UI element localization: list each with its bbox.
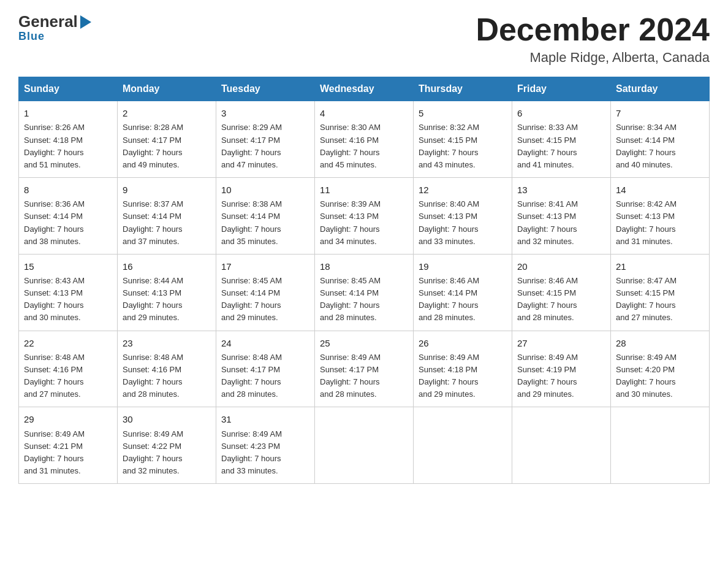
day-number: 16 [123, 259, 211, 274]
day-number: 28 [616, 336, 704, 350]
calendar-week-4: 22Sunrise: 8:48 AMSunset: 4:16 PMDayligh… [19, 331, 710, 407]
calendar-cell: 11Sunrise: 8:39 AMSunset: 4:13 PMDayligh… [315, 178, 414, 255]
calendar-cell: 24Sunrise: 8:48 AMSunset: 4:17 PMDayligh… [216, 331, 315, 407]
day-sunrise: Sunrise: 8:28 AMSunset: 4:17 PMDaylight:… [123, 123, 183, 169]
day-sunrise: Sunrise: 8:46 AMSunset: 4:15 PMDaylight:… [517, 276, 578, 322]
day-sunrise: Sunrise: 8:49 AMSunset: 4:17 PMDaylight:… [320, 353, 381, 399]
col-tuesday: Tuesday [216, 77, 315, 101]
day-sunrise: Sunrise: 8:48 AMSunset: 4:17 PMDaylight:… [221, 353, 282, 399]
calendar-cell: 17Sunrise: 8:45 AMSunset: 4:14 PMDayligh… [216, 254, 315, 331]
calendar-cell: 13Sunrise: 8:41 AMSunset: 4:13 PMDayligh… [512, 178, 611, 255]
col-wednesday: Wednesday [315, 77, 414, 101]
day-sunrise: Sunrise: 8:42 AMSunset: 4:13 PMDaylight:… [616, 199, 677, 245]
logo: General [18, 12, 91, 31]
day-number: 29 [24, 412, 112, 426]
calendar-cell: 5Sunrise: 8:32 AMSunset: 4:15 PMDaylight… [414, 101, 512, 178]
day-sunrise: Sunrise: 8:37 AMSunset: 4:14 PMDaylight:… [123, 199, 183, 245]
calendar-header: Sunday Monday Tuesday Wednesday Thursday… [19, 77, 710, 101]
day-number: 23 [123, 336, 211, 350]
calendar-week-5: 29Sunrise: 8:49 AMSunset: 4:21 PMDayligh… [19, 407, 710, 484]
day-number: 26 [419, 336, 507, 350]
day-sunrise: Sunrise: 8:49 AMSunset: 4:19 PMDaylight:… [517, 353, 578, 399]
calendar-cell: 8Sunrise: 8:36 AMSunset: 4:14 PMDaylight… [19, 178, 118, 255]
calendar-cell: 26Sunrise: 8:49 AMSunset: 4:18 PMDayligh… [414, 331, 512, 407]
day-sunrise: Sunrise: 8:38 AMSunset: 4:14 PMDaylight:… [221, 199, 282, 245]
day-sunrise: Sunrise: 8:33 AMSunset: 4:15 PMDaylight:… [517, 123, 578, 169]
day-number: 2 [123, 106, 211, 120]
logo-general-text: General [18, 12, 78, 31]
day-sunrise: Sunrise: 8:34 AMSunset: 4:14 PMDaylight:… [616, 123, 677, 169]
day-sunrise: Sunrise: 8:49 AMSunset: 4:21 PMDaylight:… [24, 429, 85, 475]
day-number: 30 [123, 412, 211, 426]
calendar-cell: 4Sunrise: 8:30 AMSunset: 4:16 PMDaylight… [315, 101, 414, 178]
day-number: 24 [221, 336, 309, 350]
location-title: Maple Ridge, Alberta, Canada [476, 50, 710, 66]
day-number: 25 [320, 336, 408, 350]
day-sunrise: Sunrise: 8:29 AMSunset: 4:17 PMDaylight:… [221, 123, 282, 169]
day-sunrise: Sunrise: 8:43 AMSunset: 4:13 PMDaylight:… [24, 276, 85, 322]
day-number: 27 [517, 336, 605, 350]
calendar-week-2: 8Sunrise: 8:36 AMSunset: 4:14 PMDaylight… [19, 178, 710, 255]
day-sunrise: Sunrise: 8:49 AMSunset: 4:23 PMDaylight:… [221, 429, 282, 475]
col-friday: Friday [512, 77, 611, 101]
calendar-cell: 19Sunrise: 8:46 AMSunset: 4:14 PMDayligh… [414, 254, 512, 331]
calendar-table: Sunday Monday Tuesday Wednesday Thursday… [18, 77, 710, 484]
month-year-title: December 2024 [476, 12, 710, 47]
calendar-week-1: 1Sunrise: 8:26 AMSunset: 4:18 PMDaylight… [19, 101, 710, 178]
day-number: 19 [419, 259, 507, 274]
calendar-cell [611, 407, 710, 484]
day-number: 21 [616, 259, 704, 274]
calendar-cell: 29Sunrise: 8:49 AMSunset: 4:21 PMDayligh… [19, 407, 118, 484]
calendar-cell: 30Sunrise: 8:49 AMSunset: 4:22 PMDayligh… [118, 407, 216, 484]
day-number: 4 [320, 106, 408, 120]
calendar-cell: 15Sunrise: 8:43 AMSunset: 4:13 PMDayligh… [19, 254, 118, 331]
day-number: 11 [320, 183, 408, 197]
day-number: 5 [419, 106, 507, 120]
calendar-cell: 1Sunrise: 8:26 AMSunset: 4:18 PMDaylight… [19, 101, 118, 178]
calendar-cell: 16Sunrise: 8:44 AMSunset: 4:13 PMDayligh… [118, 254, 216, 331]
day-number: 17 [221, 259, 309, 274]
calendar-cell: 18Sunrise: 8:45 AMSunset: 4:14 PMDayligh… [315, 254, 414, 331]
day-number: 14 [616, 183, 704, 197]
calendar-cell: 14Sunrise: 8:42 AMSunset: 4:13 PMDayligh… [611, 178, 710, 255]
day-number: 31 [221, 412, 309, 426]
day-number: 7 [616, 106, 704, 120]
day-sunrise: Sunrise: 8:49 AMSunset: 4:20 PMDaylight:… [616, 353, 677, 399]
col-sunday: Sunday [19, 77, 118, 101]
day-number: 12 [419, 183, 507, 197]
day-number: 22 [24, 336, 112, 350]
day-sunrise: Sunrise: 8:44 AMSunset: 4:13 PMDaylight:… [123, 276, 183, 322]
calendar-cell [512, 407, 611, 484]
day-number: 10 [221, 183, 309, 197]
day-sunrise: Sunrise: 8:48 AMSunset: 4:16 PMDaylight:… [24, 353, 85, 399]
day-sunrise: Sunrise: 8:39 AMSunset: 4:13 PMDaylight:… [320, 199, 381, 245]
col-monday: Monday [118, 77, 216, 101]
calendar-cell: 31Sunrise: 8:49 AMSunset: 4:23 PMDayligh… [216, 407, 315, 484]
calendar-cell: 7Sunrise: 8:34 AMSunset: 4:14 PMDaylight… [611, 101, 710, 178]
day-sunrise: Sunrise: 8:41 AMSunset: 4:13 PMDaylight:… [517, 199, 578, 245]
calendar-cell: 28Sunrise: 8:49 AMSunset: 4:20 PMDayligh… [611, 331, 710, 407]
calendar-cell: 2Sunrise: 8:28 AMSunset: 4:17 PMDaylight… [118, 101, 216, 178]
day-sunrise: Sunrise: 8:47 AMSunset: 4:15 PMDaylight:… [616, 276, 677, 322]
day-number: 13 [517, 183, 605, 197]
calendar-cell: 3Sunrise: 8:29 AMSunset: 4:17 PMDaylight… [216, 101, 315, 178]
col-saturday: Saturday [611, 77, 710, 101]
day-sunrise: Sunrise: 8:49 AMSunset: 4:22 PMDaylight:… [123, 429, 183, 475]
day-number: 20 [517, 259, 605, 274]
calendar-week-3: 15Sunrise: 8:43 AMSunset: 4:13 PMDayligh… [19, 254, 710, 331]
day-sunrise: Sunrise: 8:26 AMSunset: 4:18 PMDaylight:… [24, 123, 85, 169]
day-number: 8 [24, 183, 112, 197]
calendar-cell: 27Sunrise: 8:49 AMSunset: 4:19 PMDayligh… [512, 331, 611, 407]
day-sunrise: Sunrise: 8:48 AMSunset: 4:16 PMDaylight:… [123, 353, 183, 399]
day-number: 3 [221, 106, 309, 120]
day-number: 15 [24, 259, 112, 274]
title-area: December 2024 Maple Ridge, Alberta, Cana… [476, 12, 710, 66]
calendar-cell: 21Sunrise: 8:47 AMSunset: 4:15 PMDayligh… [611, 254, 710, 331]
day-sunrise: Sunrise: 8:30 AMSunset: 4:16 PMDaylight:… [320, 123, 381, 169]
day-sunrise: Sunrise: 8:45 AMSunset: 4:14 PMDaylight:… [320, 276, 381, 322]
calendar-cell: 25Sunrise: 8:49 AMSunset: 4:17 PMDayligh… [315, 331, 414, 407]
calendar-cell [414, 407, 512, 484]
page-header: General Blue December 2024 Maple Ridge, … [18, 12, 710, 66]
logo-triangle-icon [80, 15, 91, 29]
day-number: 9 [123, 183, 211, 197]
